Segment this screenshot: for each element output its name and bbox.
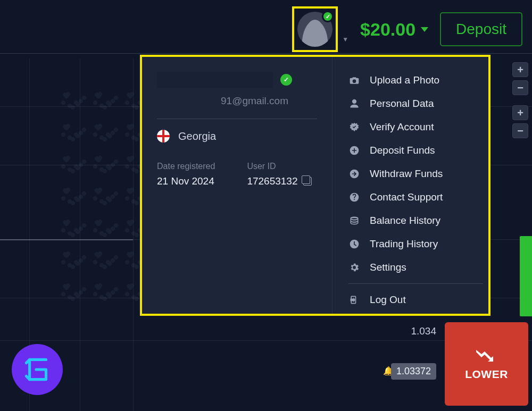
- plus-circle-icon: [348, 145, 360, 156]
- zoom-out-button[interactable]: −: [512, 80, 528, 95]
- profile-menu-section: Upload a Photo Personal Data Verify Acco…: [332, 57, 488, 314]
- lower-button-label: LOWER: [465, 368, 508, 381]
- verified-badge-icon: ✓: [280, 74, 292, 86]
- date-registered-label: Date registered: [157, 162, 215, 171]
- menu-label: Withdraw Funds: [370, 168, 443, 180]
- user-id-label: User ID: [247, 162, 311, 171]
- zoom-in-button[interactable]: +: [512, 62, 528, 77]
- menu-trading-history[interactable]: Trading History: [348, 232, 483, 256]
- menu-divider: [348, 283, 483, 284]
- menu-label: Settings: [370, 262, 406, 273]
- gear-icon: [348, 262, 360, 273]
- header: ✓ ▼ $20.00 Deposit: [0, 8, 532, 51]
- user-id-block: User ID 172653132: [247, 162, 311, 187]
- current-price-badge: 1.03372: [391, 363, 436, 380]
- logout-icon: [348, 294, 360, 306]
- menu-contact-support[interactable]: Contact Support: [348, 186, 483, 209]
- question-circle-icon: [348, 191, 360, 203]
- menu-label: Contact Support: [370, 191, 443, 203]
- platform-logo[interactable]: [12, 344, 63, 395]
- lower-trade-button[interactable]: LOWER: [445, 322, 528, 406]
- verified-badge-icon: ✓: [322, 11, 334, 22]
- user-id-value: 172653132: [247, 175, 297, 187]
- divider: [157, 119, 317, 119]
- menu-log-out[interactable]: Log Out: [348, 288, 483, 312]
- price-indicator-bar: [520, 236, 532, 316]
- menu-label: Upload a Photo: [370, 74, 439, 86]
- menu-label: Verify Account: [370, 121, 434, 133]
- menu-withdraw-funds[interactable]: Withdraw Funds: [348, 162, 483, 186]
- trend-down-icon: [475, 348, 498, 363]
- copy-icon[interactable]: [303, 177, 312, 186]
- menu-deposit-funds[interactable]: Deposit Funds: [348, 139, 483, 162]
- verify-icon: [348, 121, 360, 133]
- camera-icon: [348, 74, 360, 86]
- chevron-down-icon[interactable]: ▼: [342, 36, 348, 43]
- profile-avatar-highlight: ✓: [292, 6, 338, 52]
- person-icon: [348, 98, 360, 110]
- menu-verify-account[interactable]: Verify Account: [348, 115, 483, 139]
- menu-settings[interactable]: Settings: [348, 256, 483, 279]
- zoom-out-button[interactable]: −: [512, 123, 528, 138]
- profile-email: 91@gmail.com: [157, 95, 317, 107]
- menu-balance-history[interactable]: Balance History: [348, 209, 483, 232]
- menu-upload-photo[interactable]: Upload a Photo: [348, 69, 483, 92]
- profile-info-section: ✓ 91@gmail.com Georgia Date registered 2…: [142, 57, 332, 314]
- menu-personal-data[interactable]: Personal Data: [348, 92, 483, 115]
- date-registered-block: Date registered 21 Nov 2024: [157, 162, 215, 187]
- arrow-circle-icon: [348, 168, 360, 180]
- account-balance[interactable]: $20.00: [360, 19, 428, 40]
- zoom-in-button[interactable]: +: [512, 105, 528, 120]
- current-price-value: 1.03372: [396, 366, 431, 377]
- deposit-button[interactable]: Deposit: [440, 12, 522, 46]
- balance-value: $20.00: [360, 19, 415, 40]
- flag-georgia-icon: [157, 130, 170, 142]
- menu-label: Personal Data: [370, 98, 434, 110]
- menu-label: Deposit Funds: [370, 145, 435, 156]
- profile-name-redacted: [157, 72, 273, 88]
- profile-country: Georgia: [157, 130, 317, 142]
- clock-icon: [348, 238, 360, 250]
- menu-label: Log Out: [370, 294, 406, 306]
- menu-label: Trading History: [370, 238, 438, 250]
- zoom-controls-1: + −: [512, 62, 528, 95]
- country-name: Georgia: [178, 130, 216, 142]
- date-registered-value: 21 Nov 2024: [157, 175, 215, 187]
- menu-label: Balance History: [370, 215, 440, 227]
- coins-icon: [348, 215, 360, 227]
- price-axis-label: 1.034: [411, 325, 436, 337]
- profile-dropdown-panel: ✓ 91@gmail.com Georgia Date registered 2…: [140, 55, 491, 316]
- caret-down-icon: [421, 27, 428, 32]
- zoom-controls-2: + −: [512, 105, 528, 138]
